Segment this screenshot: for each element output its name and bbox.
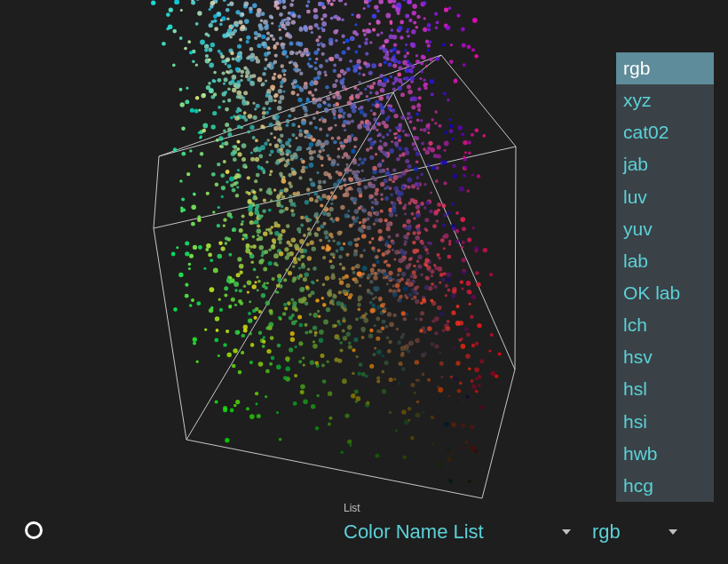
svg-point-1366 [415,338,420,343]
svg-point-688 [420,70,423,74]
svg-point-1963 [410,274,415,279]
space-option-hwb[interactable]: hwb [616,438,714,470]
space-select[interactable]: rgb [592,518,681,546]
space-option-lch[interactable]: lch [616,309,714,341]
space-option-OK-lab[interactable]: OK lab [616,277,714,309]
svg-point-1729 [383,142,387,147]
svg-point-577 [180,207,184,211]
space-option-xyz[interactable]: xyz [616,84,714,116]
svg-point-831 [271,16,274,20]
svg-point-743 [392,88,396,91]
svg-point-1278 [355,318,359,322]
svg-point-2114 [386,250,391,254]
svg-point-1123 [269,231,273,234]
svg-point-134 [436,20,439,24]
svg-point-1219 [330,208,333,211]
svg-point-182 [417,265,422,269]
svg-point-394 [281,210,285,213]
svg-point-1927 [193,342,196,346]
space-option-hsl[interactable]: hsl [616,373,714,405]
svg-point-1848 [237,107,241,111]
svg-point-273 [368,334,373,338]
svg-point-1131 [281,0,286,4]
svg-point-1463 [325,235,329,240]
space-option-lab[interactable]: lab [616,245,714,277]
space-option-hsi[interactable]: hsi [616,406,714,438]
svg-point-1591 [336,250,339,253]
svg-point-1457 [169,8,173,12]
svg-point-1831 [273,99,276,102]
svg-point-1214 [408,407,412,411]
svg-point-958 [232,188,236,193]
color-space-dropdown-list[interactable]: rgbxyzcat02jabluvyuvlabOK lablchhsvhslhs… [616,52,714,502]
svg-point-1153 [462,270,466,274]
svg-point-1480 [298,298,304,304]
svg-point-781 [284,306,288,310]
svg-point-37 [468,152,471,155]
svg-point-2307 [274,1,279,5]
svg-point-2168 [219,23,223,27]
svg-point-601 [437,253,440,257]
svg-point-1091 [412,241,415,244]
svg-point-1776 [344,305,347,308]
svg-point-1196 [269,123,273,127]
svg-point-1957 [189,254,194,258]
svg-point-338 [375,454,379,458]
svg-point-1828 [453,174,457,179]
svg-point-486 [375,296,377,298]
svg-point-608 [217,163,220,166]
svg-point-1267 [442,160,447,165]
svg-point-2132 [427,242,430,244]
svg-point-1568 [293,68,297,71]
svg-point-1112 [463,174,466,178]
space-option-hcg[interactable]: hcg [616,470,714,502]
svg-point-1475 [237,152,241,156]
svg-point-536 [410,76,415,81]
svg-point-650 [191,204,196,210]
space-option-rgb[interactable]: rgb [616,52,714,84]
svg-point-2251 [316,75,320,80]
svg-point-1819 [363,113,368,117]
svg-point-2073 [303,399,308,404]
svg-point-475 [344,129,346,131]
space-option-luv[interactable]: luv [616,181,714,213]
svg-point-304 [249,204,254,210]
svg-point-1525 [392,284,395,287]
svg-point-2139 [274,231,279,235]
svg-point-1586 [180,9,183,12]
svg-point-1068 [255,157,259,162]
svg-point-1901 [248,199,252,203]
svg-point-1314 [397,340,401,345]
svg-point-326 [298,341,303,346]
svg-point-2136 [437,203,441,207]
svg-line-2 [482,369,515,498]
list-select[interactable]: Color Name List [344,518,574,546]
svg-point-147 [457,389,462,393]
svg-point-388 [314,199,318,203]
svg-point-783 [223,129,226,132]
space-option-hsv[interactable]: hsv [616,341,714,373]
svg-point-1359 [347,113,352,117]
space-select-value: rgb [592,520,621,544]
space-option-yuv[interactable]: yuv [616,213,714,245]
svg-point-2128 [369,329,373,332]
svg-point-2333 [393,114,398,118]
svg-point-551 [371,125,376,130]
svg-point-1291 [392,35,398,40]
svg-point-2193 [416,104,421,108]
svg-point-1272 [313,192,318,196]
svg-point-1155 [433,285,437,289]
svg-point-1995 [313,344,318,349]
space-option-jab[interactable]: jab [616,148,714,180]
svg-point-1620 [445,294,447,297]
svg-point-323 [270,35,273,37]
svg-point-898 [322,256,326,259]
space-option-cat02[interactable]: cat02 [616,116,714,148]
svg-point-917 [213,92,217,96]
svg-point-1602 [376,377,380,380]
svg-point-349 [406,297,408,299]
svg-point-253 [317,227,321,232]
svg-point-693 [223,160,226,163]
svg-point-1711 [346,68,351,72]
svg-point-1257 [377,249,381,252]
